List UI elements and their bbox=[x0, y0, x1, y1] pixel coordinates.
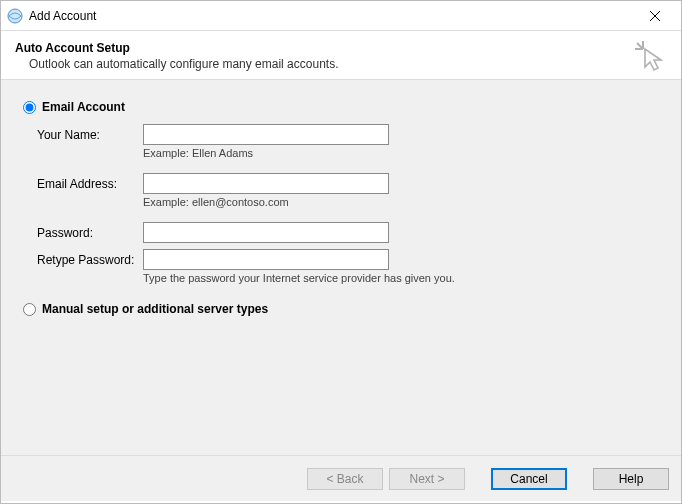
help-button[interactable]: Help bbox=[593, 468, 669, 490]
field-your-name: Your Name: bbox=[37, 124, 659, 145]
radio-email-account-label: Email Account bbox=[42, 100, 125, 114]
click-cursor-icon bbox=[633, 39, 667, 76]
svg-point-0 bbox=[8, 9, 22, 23]
your-name-label: Your Name: bbox=[37, 128, 143, 142]
your-name-input[interactable] bbox=[143, 124, 389, 145]
your-name-hint: Example: Ellen Adams bbox=[143, 147, 659, 159]
back-button[interactable]: < Back bbox=[307, 468, 383, 490]
email-account-fields: Your Name: Example: Ellen Adams Email Ad… bbox=[37, 124, 659, 284]
field-password: Password: bbox=[37, 222, 659, 243]
wizard-footer: < Back Next > Cancel Help bbox=[1, 455, 681, 501]
svg-line-5 bbox=[637, 43, 642, 48]
wizard-header: Auto Account Setup Outlook can automatic… bbox=[1, 31, 681, 79]
radio-manual-setup[interactable]: Manual setup or additional server types bbox=[23, 302, 659, 316]
password-label: Password: bbox=[37, 226, 143, 240]
email-hint: Example: ellen@contoso.com bbox=[143, 196, 659, 208]
radio-manual-setup-label: Manual setup or additional server types bbox=[42, 302, 268, 316]
radio-manual-setup-input[interactable] bbox=[23, 303, 36, 316]
password-hint: Type the password your Internet service … bbox=[143, 272, 659, 284]
retype-password-input[interactable] bbox=[143, 249, 389, 270]
field-retype-password: Retype Password: bbox=[37, 249, 659, 270]
close-button[interactable] bbox=[635, 2, 675, 30]
email-input[interactable] bbox=[143, 173, 389, 194]
radio-email-account[interactable]: Email Account bbox=[23, 100, 659, 114]
titlebar: Add Account bbox=[1, 1, 681, 31]
password-input[interactable] bbox=[143, 222, 389, 243]
header-subheading: Outlook can automatically configure many… bbox=[29, 57, 667, 71]
cancel-button[interactable]: Cancel bbox=[491, 468, 567, 490]
radio-email-account-input[interactable] bbox=[23, 101, 36, 114]
window-title: Add Account bbox=[29, 9, 635, 23]
next-button[interactable]: Next > bbox=[389, 468, 465, 490]
wizard-content: Email Account Your Name: Example: Ellen … bbox=[1, 79, 681, 455]
app-icon bbox=[7, 8, 23, 24]
close-icon bbox=[650, 11, 660, 21]
header-heading: Auto Account Setup bbox=[15, 41, 667, 55]
retype-password-label: Retype Password: bbox=[37, 253, 143, 267]
email-label: Email Address: bbox=[37, 177, 143, 191]
field-email: Email Address: bbox=[37, 173, 659, 194]
